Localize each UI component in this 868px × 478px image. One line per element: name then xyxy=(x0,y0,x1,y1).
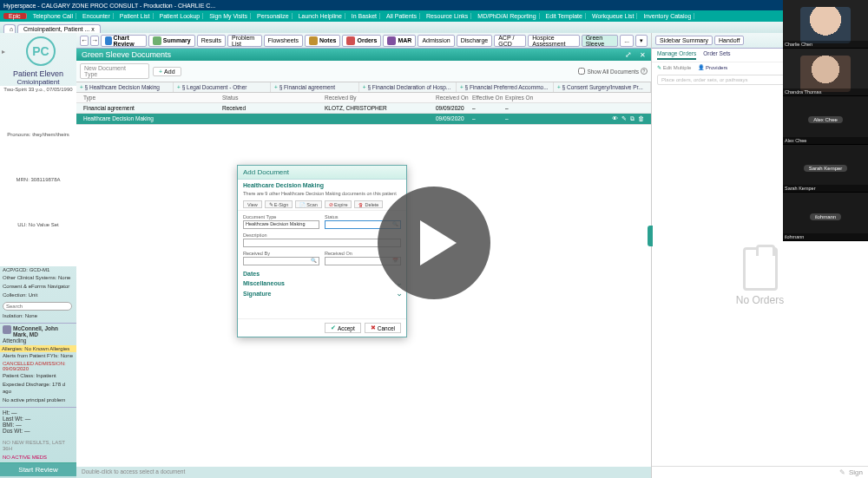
dialog-action-row: View ✎E-Sign 📄Scan ⊘Expire 🗑Delete xyxy=(238,199,406,211)
toolbar-inbasket[interactable]: In Basket xyxy=(349,13,380,19)
tab-admission[interactable]: Admission xyxy=(418,35,454,47)
toolbar-workqueue[interactable]: Workqueue List xyxy=(589,13,638,19)
toolbar-phone[interactable]: Telephone Call xyxy=(30,13,76,19)
col-status[interactable]: Status xyxy=(222,95,325,101)
tab-notes[interactable]: Notes xyxy=(305,35,340,47)
toolbar-edit-template[interactable]: Edit Template xyxy=(543,13,586,19)
attach-icon[interactable]: ⧉ xyxy=(630,115,635,122)
collapse-signature[interactable]: Signature⌵ xyxy=(243,289,401,299)
trash-icon[interactable]: 🗑 xyxy=(638,115,644,122)
sign-button[interactable]: Sign xyxy=(849,468,863,476)
toolbar-launch-helpline[interactable]: Launch Helpline xyxy=(296,13,345,19)
toolbar-sign-visits[interactable]: Sign My Visits xyxy=(207,13,251,19)
tab-discharge[interactable]: Discharge xyxy=(457,35,493,47)
view-icon[interactable]: 👁 xyxy=(612,115,618,122)
expand-icon[interactable]: ▸ xyxy=(2,48,5,56)
show-all-checkbox[interactable] xyxy=(578,68,585,75)
panel-collapse-handle[interactable] xyxy=(648,226,653,246)
providers-link[interactable]: 👤 Providers xyxy=(698,64,727,70)
video-tile[interactable]: Charlie Chen xyxy=(783,0,868,49)
start-review-button[interactable]: Start Review xyxy=(0,462,76,476)
sidebar-search-input[interactable] xyxy=(3,302,72,311)
doctype-input[interactable]: Healthcare Decision Making xyxy=(243,220,319,229)
vital-doswt: Dos Wt: — xyxy=(3,428,74,434)
toolbar-all-patients[interactable]: All Patients xyxy=(384,13,420,19)
toolbar-reporting[interactable]: MD/PhD/AI Reporting xyxy=(475,13,539,19)
help-icon[interactable]: ? xyxy=(641,68,648,75)
play-video-button[interactable] xyxy=(378,187,490,299)
filter-consent-surgery[interactable]: + § Consent Surgery/Invasive Pr... xyxy=(554,82,651,92)
sign-pen-icon[interactable]: ✎ xyxy=(839,468,845,476)
expire-button[interactable]: ⊘Expire xyxy=(325,200,352,208)
show-all-documents-toggle[interactable]: Show All Documents ? xyxy=(578,68,648,75)
video-tile[interactable]: Chandra Thomas xyxy=(783,49,868,97)
add-document-button[interactable]: +Add xyxy=(153,67,181,76)
filter-hdm[interactable]: + § Healthcare Decision Making xyxy=(76,82,174,92)
workspace-tab-home[interactable]: ⌂ xyxy=(3,24,16,33)
collapse-dates[interactable]: Dates xyxy=(243,269,401,278)
tab-results[interactable]: Results xyxy=(197,35,226,47)
participant-video xyxy=(800,56,851,92)
esign-button[interactable]: ✎E-Sign xyxy=(265,200,293,208)
patient-demographic: Two-Spirit 33 y.o., 07/05/1990 xyxy=(0,86,76,131)
video-tile[interactable]: ilohmann ilohmann xyxy=(783,193,868,241)
resize-icon[interactable]: ⤢ xyxy=(625,50,632,59)
edit-multiple-link[interactable]: ✎ Edit Multiple xyxy=(657,64,691,70)
tab-acp-gcd[interactable]: ACP / GCD xyxy=(494,35,526,47)
table-row[interactable]: Financial agreement Received KLOTZ, CHRI… xyxy=(76,103,651,114)
tab-mar[interactable]: MAR xyxy=(383,35,416,47)
workspace-tab-patient[interactable]: Cmioinpatient, Patient ... x xyxy=(17,24,101,33)
tab-problem-list[interactable]: Problem List xyxy=(227,35,262,47)
toolbar-encounter[interactable]: Encounter xyxy=(80,13,114,19)
recby-input[interactable]: 🔍 xyxy=(243,257,319,265)
toolbar-personalize[interactable]: Personalize xyxy=(254,13,293,19)
col-eff[interactable]: Effective On xyxy=(472,95,505,101)
tab-flowsheets[interactable]: Flowsheets xyxy=(264,35,303,47)
table-row-selected[interactable]: Healthcare Decision Making 09/09/2020 – … xyxy=(76,114,651,125)
video-conference-overlay: Charlie Chen Chandra Thomas Alex Chee Al… xyxy=(783,0,868,241)
col-recby[interactable]: Received By xyxy=(325,95,436,101)
tab-summary[interactable]: Summary xyxy=(148,35,195,47)
nav-back-button[interactable]: ← xyxy=(80,36,89,46)
filter-financial[interactable]: + § Financial agreement xyxy=(271,82,359,92)
new-doc-type-dropdown[interactable]: New Document Type xyxy=(80,63,149,79)
patient-consent-nav[interactable]: Consent & eForms Navigator xyxy=(0,283,76,291)
toolbar-inventory[interactable]: Inventory Catalog xyxy=(641,13,694,19)
edit-icon[interactable]: ✎ xyxy=(621,115,627,122)
close-section-icon[interactable]: ✕ xyxy=(640,51,646,59)
tab-chart-review[interactable]: Chart Review xyxy=(101,35,147,47)
tab-dropdown[interactable]: ▾ xyxy=(635,35,648,47)
col-type[interactable]: Type xyxy=(83,95,222,101)
search-icon[interactable]: 🔍 xyxy=(311,258,317,263)
epic-logo[interactable]: Epic xyxy=(3,13,27,19)
video-tile[interactable]: Alex Chee Alex Chee xyxy=(783,96,868,145)
delete-button[interactable]: 🗑Delete xyxy=(354,200,383,208)
tab-sidebar-summary[interactable]: Sidebar Summary xyxy=(655,36,713,45)
orders-icon xyxy=(346,36,355,45)
tab-handoff[interactable]: Handoff xyxy=(714,36,744,45)
col-recon[interactable]: Received On xyxy=(436,95,472,101)
filter-financial-pref[interactable]: + § Financial Preferred Accommo... xyxy=(457,82,554,92)
toolbar-resource-links[interactable]: Resource Links xyxy=(424,13,471,19)
col-exp[interactable]: Expires On xyxy=(505,95,538,101)
subtab-manage-orders[interactable]: Manage Orders xyxy=(657,50,696,60)
filter-financial-decl[interactable]: + § Financial Declaration of Hosp... xyxy=(359,82,457,92)
allergies-strip[interactable]: Allergies: No Known Allergies xyxy=(0,345,76,352)
tab-orders[interactable]: Orders xyxy=(342,35,381,47)
expected-discharge: Expected Discharge: 178 d ago xyxy=(0,381,76,396)
view-button[interactable]: View xyxy=(243,200,262,208)
subtab-order-sets[interactable]: Order Sets xyxy=(703,50,730,60)
tab-hospice[interactable]: Hospice Assessment xyxy=(528,35,579,47)
nav-fwd-button[interactable]: → xyxy=(90,36,99,46)
collapse-misc[interactable]: Miscellaneous⌵ xyxy=(243,278,401,289)
tab-more[interactable]: ... xyxy=(620,35,634,47)
toolbar-patient-lookup[interactable]: Patient Lookup xyxy=(157,13,204,19)
tab-green-sleeve[interactable]: Green Sleeve xyxy=(582,35,619,47)
accept-button[interactable]: ✔Accept xyxy=(325,323,361,333)
filter-legal[interactable]: + § Legal Document - Other xyxy=(174,82,271,92)
video-tile[interactable]: Sarah Kemper Sarah Kemper xyxy=(783,145,868,193)
cancel-button[interactable]: ✖Cancel xyxy=(365,323,401,333)
scan-button[interactable]: 📄Scan xyxy=(295,200,322,208)
toolbar-patient-list[interactable]: Patient List xyxy=(117,13,154,19)
participant-video xyxy=(800,7,851,43)
